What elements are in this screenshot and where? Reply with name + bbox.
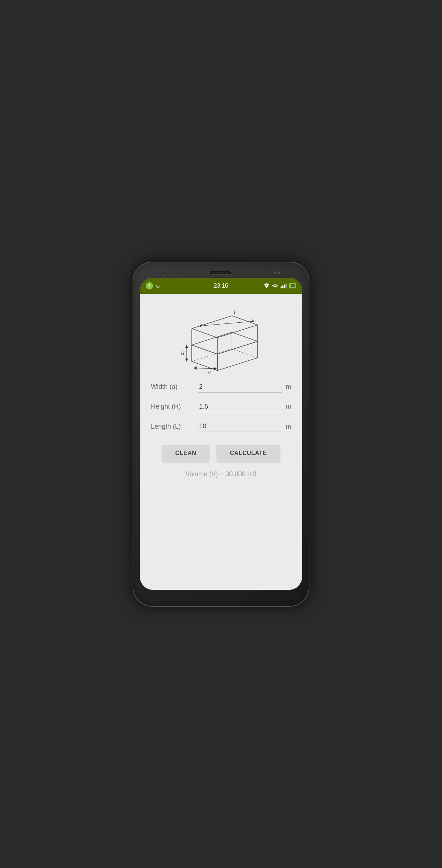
svg-rect-3 <box>282 285 284 288</box>
status-right: 33 <box>264 283 296 289</box>
height-unit: m <box>286 403 291 410</box>
box-diagram: l H a <box>170 301 272 374</box>
length-unit: m <box>286 423 291 431</box>
svg-line-12 <box>192 349 232 361</box>
android-icon: ☺ <box>155 283 160 289</box>
clean-button[interactable]: CLEAN <box>162 445 210 462</box>
svg-marker-6 <box>192 345 217 371</box>
sensor-dots <box>274 272 280 274</box>
battery-indicator: 33 <box>289 283 296 288</box>
svg-marker-24 <box>252 319 254 322</box>
alarm-icon <box>264 283 270 289</box>
status-left: 3 ☺ <box>146 282 160 289</box>
svg-point-1 <box>274 288 275 288</box>
svg-text:a: a <box>208 369 211 374</box>
front-camera <box>162 270 166 275</box>
result-display: Volume (V) = 30.000 m3 <box>186 470 257 478</box>
svg-marker-7 <box>217 341 258 371</box>
app-content: l H a <box>140 294 302 590</box>
height-input-wrapper <box>198 401 282 412</box>
calculate-button[interactable]: CALCULATE <box>217 445 280 462</box>
svg-text:l: l <box>234 309 236 315</box>
width-unit: m <box>286 383 291 391</box>
result-text: Volume (V) = 30.000 m3 <box>186 470 257 478</box>
width-label: Width (a) <box>151 383 195 391</box>
status-time: 23:16 <box>214 283 228 289</box>
svg-rect-2 <box>281 286 282 288</box>
svg-text:H: H <box>180 351 185 356</box>
svg-point-0 <box>266 284 267 285</box>
signal-icon <box>281 283 287 288</box>
svg-line-13 <box>232 349 258 358</box>
svg-marker-27 <box>185 345 188 348</box>
height-field-group: Height (H) m <box>151 401 291 412</box>
length-input-wrapper <box>198 421 282 432</box>
phone-device: 3 ☺ 23:16 <box>133 262 309 606</box>
phone-top <box>140 269 302 278</box>
svg-line-14 <box>192 316 232 329</box>
length-input[interactable] <box>198 421 282 432</box>
svg-rect-5 <box>285 283 287 288</box>
status-bar: 3 ☺ 23:16 <box>140 278 302 294</box>
svg-marker-28 <box>185 359 188 361</box>
height-label: Height (H) <box>151 403 195 410</box>
diagram-container: l H a <box>151 301 291 374</box>
notification-badge: 3 <box>146 282 153 289</box>
height-input[interactable] <box>198 401 282 412</box>
action-buttons: CLEAN CALCULATE <box>162 445 280 462</box>
length-field-group: Length (L) m <box>151 421 291 432</box>
phone-screen: 3 ☺ 23:16 <box>140 278 302 590</box>
svg-rect-4 <box>284 284 285 288</box>
length-label: Length (L) <box>151 423 195 431</box>
svg-line-16 <box>232 316 258 325</box>
width-field-group: Width (a) m <box>151 382 291 393</box>
svg-marker-31 <box>194 366 197 370</box>
wifi-icon <box>272 283 278 288</box>
svg-line-19 <box>217 325 258 338</box>
width-input[interactable] <box>198 382 282 393</box>
speaker-grille <box>209 271 231 274</box>
width-input-wrapper <box>198 382 282 393</box>
svg-line-30 <box>194 368 217 369</box>
svg-line-18 <box>192 329 217 338</box>
